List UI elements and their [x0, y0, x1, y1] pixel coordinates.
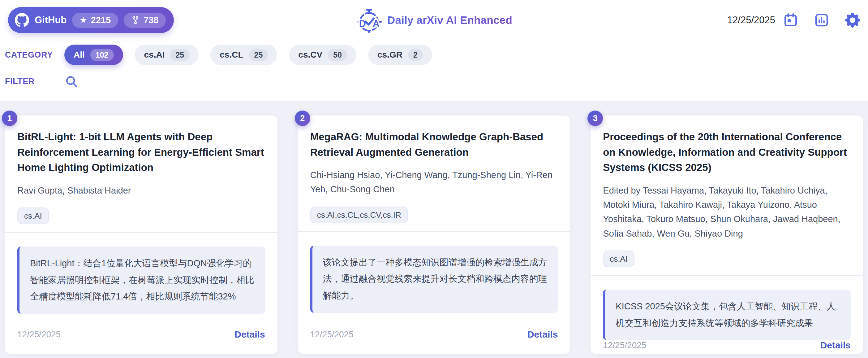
- search-icon: [64, 74, 79, 88]
- paper-summary: KICSS 2025会议论文集，包含人工智能、知识工程、人机交互和创造力支持系统…: [603, 290, 851, 340]
- card-divider: [298, 231, 570, 232]
- category-pill-label: cs.CL: [220, 50, 243, 60]
- github-badge[interactable]: GitHub ★ 2215 738: [8, 7, 174, 33]
- paper-cards: 1 BitRL-Light: 1-bit LLM Agents with Dee…: [5, 115, 863, 354]
- category-count-badge: 102: [90, 49, 114, 61]
- category-pill-cs-ai[interactable]: cs.AI 25: [135, 45, 199, 65]
- category-pill-label: cs.GR: [377, 50, 402, 60]
- paper-card: 1 BitRL-Light: 1-bit LLM Agents with Dee…: [5, 115, 277, 354]
- category-count-badge: 25: [249, 49, 268, 61]
- category-pill-label: cs.CV: [298, 50, 322, 60]
- paper-number-badge: 3: [587, 111, 603, 126]
- settings-button[interactable]: [845, 13, 860, 28]
- paper-date: 12/25/2025: [310, 330, 353, 339]
- category-pill-label: All: [73, 50, 85, 60]
- paper-tag: cs.AI: [603, 251, 634, 267]
- paper-number-badge: 2: [295, 111, 310, 126]
- paper-title: MegaRAG: Multimodal Knowledge Graph-Base…: [310, 129, 558, 160]
- stats-button[interactable]: [814, 13, 829, 28]
- paper-summary: BitRL-Light：结合1位量化大语言模型与DQN强化学习的智能家居照明控制…: [17, 247, 265, 314]
- category-pill-label: cs.AI: [144, 50, 165, 60]
- paper-date: 12/25/2025: [17, 330, 61, 339]
- github-icon: [15, 13, 29, 27]
- filter-row: FILTER: [0, 67, 868, 101]
- card-footer: 12/25/2025 Details: [603, 340, 851, 351]
- paper-tag: cs.AI: [17, 208, 49, 224]
- category-pill-cs-cv[interactable]: cs.CV 50: [289, 45, 356, 65]
- paper-title: Proceedings of the 20th International Co…: [603, 129, 851, 175]
- paper-number-badge: 1: [2, 111, 17, 126]
- header: GitHub ★ 2215 738 D A: [0, 0, 868, 40]
- papers-area: 1 BitRL-Light: 1-bit LLM Agents with Dee…: [0, 101, 868, 358]
- category-row: CATEGORY All 102 cs.AI 25 cs.CL 25 cs.CV…: [0, 40, 868, 67]
- page-title: Daily arXiv AI Enhanced: [387, 14, 512, 26]
- card-divider: [5, 232, 277, 233]
- calendar-button[interactable]: [783, 13, 798, 28]
- github-stars-pill: ★ 2215: [72, 13, 118, 28]
- category-count-badge: 25: [170, 49, 189, 61]
- paper-date: 12/25/2025: [603, 340, 646, 350]
- paper-tag-row: cs.AI: [17, 208, 265, 224]
- category-label: CATEGORY: [5, 50, 64, 60]
- paper-tag-row: cs.AI,cs.CL,cs.CV,cs.IR: [310, 206, 558, 223]
- category-pill-cs-cl[interactable]: cs.CL 25: [210, 45, 277, 65]
- category-count-badge: 2: [408, 49, 423, 61]
- paper-authors: Chi-Hsiang Hsiao, Yi-Cheng Wang, Tzung-S…: [310, 168, 558, 197]
- paper-card: 2 MegaRAG: Multimodal Knowledge Graph-Ba…: [298, 115, 570, 354]
- date-picker-group: 12/25/2025: [727, 13, 798, 28]
- bar-chart-icon: [814, 13, 829, 28]
- paper-authors: Ravi Gupta, Shabista Haider: [17, 183, 265, 198]
- details-link[interactable]: Details: [527, 329, 558, 340]
- details-link[interactable]: Details: [235, 329, 265, 340]
- category-pills: All 102 cs.AI 25 cs.CL 25 cs.CV 50 cs.GR…: [64, 45, 432, 65]
- filter-label: FILTER: [5, 77, 64, 86]
- github-forks-pill: 738: [124, 13, 166, 28]
- github-label: GitHub: [35, 15, 66, 26]
- card-footer: 12/25/2025 Details: [310, 329, 558, 340]
- category-pill-cs-gr[interactable]: cs.GR 2: [368, 45, 432, 65]
- paper-tag: cs.AI,cs.CL,cs.CV,cs.IR: [310, 206, 408, 223]
- paper-title: BitRL-Light: 1-bit LLM Agents with Deep …: [17, 129, 265, 175]
- github-stars-count: 2215: [91, 16, 111, 25]
- paper-summary: 该论文提出了一种多模态知识图谱增强的检索增强生成方法，通过融合视觉线索来提升对长…: [310, 246, 558, 313]
- stopwatch-logo-icon: D A: [356, 7, 382, 33]
- star-icon: ★: [80, 16, 87, 25]
- header-right: 12/25/2025: [727, 13, 860, 28]
- paper-authors: Edited by Tessai Hayama, Takayuki Ito, T…: [603, 183, 851, 241]
- paper-card: 3 Proceedings of the 20th International …: [591, 115, 863, 354]
- fork-icon: [131, 16, 140, 25]
- card-divider: [591, 275, 863, 276]
- calendar-icon: [783, 13, 798, 28]
- date-text: 12/25/2025: [727, 15, 775, 26]
- github-forks-count: 738: [144, 16, 158, 25]
- details-link[interactable]: Details: [820, 340, 851, 351]
- gear-icon: [845, 13, 860, 28]
- search-button[interactable]: [64, 74, 79, 88]
- category-count-badge: 50: [328, 49, 347, 61]
- card-footer: 12/25/2025 Details: [17, 329, 265, 340]
- paper-tag-row: cs.AI: [603, 251, 851, 267]
- svg-text:D: D: [359, 18, 366, 29]
- header-center: D A Daily arXiv AI Enhanced: [356, 7, 512, 33]
- category-pill-all[interactable]: All 102: [64, 45, 123, 65]
